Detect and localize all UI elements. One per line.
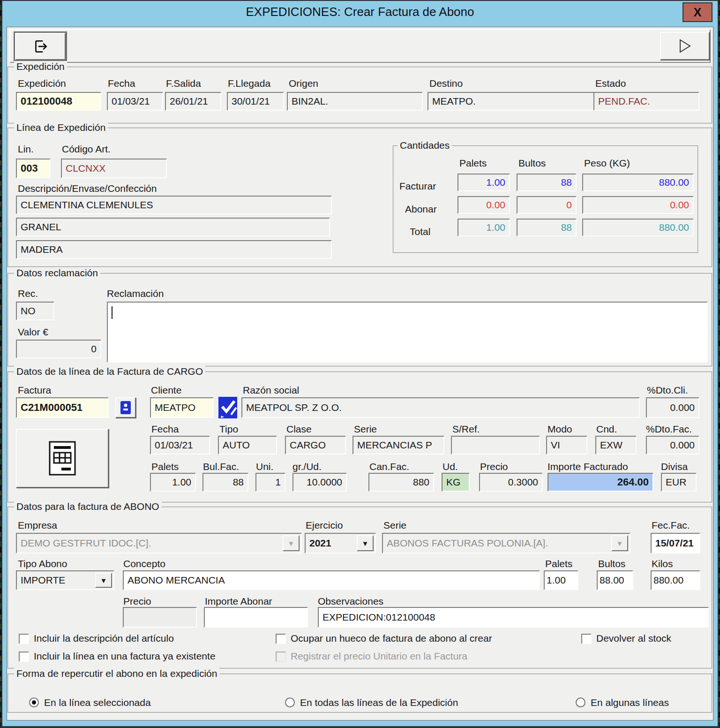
cliente-field[interactable]: MEATPO bbox=[150, 397, 214, 418]
concepto-label: Concepto bbox=[123, 558, 165, 569]
empresa-combobox[interactable]: DEMO GESTFRUT IDOC.[C]. ▼ bbox=[16, 533, 302, 554]
dto-cli-field[interactable]: 0.000 bbox=[646, 397, 699, 418]
cantidades-col-palets: Palets bbox=[459, 158, 487, 169]
cantidades-col-bultos: Bultos bbox=[518, 158, 546, 169]
codigo-art-field[interactable]: CLCNXX bbox=[61, 159, 167, 178]
abono-palets-field[interactable]: 1.00 bbox=[544, 570, 578, 590]
fllegada-field[interactable]: 30/01/21 bbox=[227, 92, 284, 111]
tipo-abono-label: Tipo Abono bbox=[18, 558, 67, 569]
concepto-field[interactable]: ABONO MERCANCIA bbox=[123, 570, 540, 590]
dto-fac-field[interactable]: 0.000 bbox=[646, 436, 699, 455]
destino-field[interactable]: MEATPO. bbox=[428, 92, 595, 111]
rec-label: Rec. bbox=[18, 288, 38, 299]
run-button[interactable] bbox=[660, 32, 710, 60]
checkbox-incluir-descripcion[interactable] bbox=[19, 634, 29, 644]
razon-social-field[interactable]: MEATPOL SP. Z O.O. bbox=[241, 397, 640, 418]
modo-field[interactable]: VI bbox=[546, 436, 587, 455]
bul-fac-field[interactable]: 88 bbox=[202, 473, 248, 492]
chevron-down-icon[interactable]: ▼ bbox=[283, 535, 300, 551]
serie-field[interactable]: MERCANCIAS P bbox=[352, 436, 444, 455]
client-edit-icon bbox=[218, 397, 237, 418]
facturar-palets-field[interactable]: 1.00 bbox=[458, 174, 510, 191]
fecha-label: Fecha bbox=[108, 78, 135, 89]
cargo-palets-field[interactable]: 1.00 bbox=[150, 473, 196, 492]
sref-field[interactable] bbox=[451, 436, 540, 455]
reclamacion-textarea[interactable] bbox=[107, 302, 708, 363]
exit-button[interactable] bbox=[15, 33, 66, 60]
uni-field[interactable]: 1 bbox=[255, 473, 285, 492]
abono-serie-combobox[interactable]: ABONOS FACTURAS POLONIA.[A]. ▼ bbox=[382, 533, 630, 554]
tipo-abono-combobox[interactable]: IMPORTE ▼ bbox=[16, 570, 114, 590]
checkbox-incluir-linea-existente[interactable] bbox=[19, 652, 29, 662]
group-abono-legend: Datos para la factura de ABONO bbox=[14, 501, 162, 512]
lin-field[interactable]: 003 bbox=[16, 159, 51, 178]
close-button[interactable]: X bbox=[682, 2, 712, 22]
client-edit-button[interactable] bbox=[218, 397, 237, 418]
ud-field[interactable]: KG bbox=[442, 473, 470, 492]
tipo-field[interactable]: AUTO bbox=[218, 436, 277, 455]
chevron-down-icon[interactable]: ▼ bbox=[357, 535, 374, 551]
bul-fac-label: Bul.Fac. bbox=[203, 461, 239, 472]
radio-algunas-lineas[interactable] bbox=[576, 698, 585, 707]
cnd-field[interactable]: EXW bbox=[595, 436, 637, 455]
dto-cli-label: %Dto.Cli. bbox=[647, 385, 688, 396]
radio-todas-lineas[interactable] bbox=[285, 698, 295, 707]
descripcion-field[interactable]: CLEMENTINA CLEMENULES bbox=[16, 196, 332, 214]
empresa-label: Empresa bbox=[18, 520, 57, 531]
fllegada-label: F.Llegada bbox=[228, 78, 270, 89]
fecha-field[interactable]: 01/03/21 bbox=[107, 92, 163, 111]
facturar-row-label: Facturar bbox=[399, 181, 436, 192]
fsalida-label: F.Salida bbox=[166, 78, 201, 89]
factura-lookup-button[interactable] bbox=[115, 397, 136, 418]
observaciones-field[interactable]: EXPEDICION:012100048 bbox=[318, 607, 709, 628]
chevron-down-icon[interactable]: ▼ bbox=[611, 535, 628, 551]
facturar-bultos-field[interactable]: 88 bbox=[517, 174, 577, 191]
estado-field[interactable]: PEND.FAC. bbox=[593, 92, 699, 111]
cnd-label: Cnd. bbox=[596, 424, 617, 435]
kilos-field[interactable]: 880.00 bbox=[651, 570, 700, 590]
radio-linea-seleccionada[interactable] bbox=[29, 698, 39, 707]
sref-label: S/Ref. bbox=[452, 424, 480, 435]
toolbar bbox=[9, 29, 711, 63]
abonar-palets-field[interactable]: 0.00 bbox=[458, 196, 510, 214]
envase-field[interactable]: GRANEL bbox=[16, 218, 330, 236]
fec-fac-field[interactable]: 15/07/21 bbox=[651, 533, 700, 554]
precio-field[interactable]: 0.3000 bbox=[479, 473, 543, 492]
ejercicio-value: 2021 bbox=[309, 538, 331, 549]
importe-facturado-field[interactable]: 264.00 bbox=[548, 473, 653, 492]
ejercicio-combobox[interactable]: 2021 ▼ bbox=[305, 533, 376, 554]
checkbox-ocupar-hueco[interactable] bbox=[276, 634, 286, 644]
chevron-down-icon[interactable]: ▼ bbox=[95, 573, 112, 588]
fsalida-field[interactable]: 26/01/21 bbox=[165, 92, 221, 111]
origen-field[interactable]: BIN2AL. bbox=[287, 92, 423, 111]
radio-selected-dot bbox=[32, 700, 36, 705]
facturar-peso-field[interactable]: 880.00 bbox=[582, 174, 694, 191]
group-reclamacion-legend: Datos reclamación bbox=[14, 267, 100, 279]
gr-ud-field[interactable]: 10.0000 bbox=[292, 473, 347, 492]
can-fac-field[interactable]: 880 bbox=[368, 473, 434, 492]
ud-label: Ud. bbox=[442, 461, 458, 472]
expedicion-field[interactable]: 012100048 bbox=[16, 92, 101, 111]
checkbox-devolver-stock[interactable] bbox=[581, 634, 592, 644]
clase-field[interactable]: CARGO bbox=[285, 436, 346, 455]
run-icon bbox=[678, 38, 692, 53]
abono-bultos-label: Bultos bbox=[598, 558, 625, 569]
invoice-lookup-icon bbox=[120, 401, 131, 415]
checkbox-ocupar-hueco-label: Ocupar un hueco de factura de abono al c… bbox=[291, 633, 492, 644]
confeccion-field[interactable]: MADERA bbox=[16, 240, 332, 259]
cargo-fecha-field[interactable]: 01/03/21 bbox=[150, 436, 210, 455]
abono-bultos-field[interactable]: 88.00 bbox=[597, 570, 633, 590]
divisa-field[interactable]: EUR bbox=[661, 473, 697, 492]
abonar-peso-field[interactable]: 0.00 bbox=[582, 196, 694, 214]
cargo-fecha-label: Fecha bbox=[151, 424, 179, 435]
dialog-window: EXPEDICIONES: Crear Factura de Abono X E… bbox=[0, 0, 720, 728]
fec-fac-label: Fec.Fac. bbox=[652, 520, 690, 531]
abonar-bultos-field[interactable]: 0 bbox=[517, 196, 577, 214]
invoice-document-icon bbox=[48, 440, 76, 476]
valor-field[interactable]: 0 bbox=[16, 340, 101, 358]
factura-field[interactable]: C21M000051 bbox=[16, 397, 109, 418]
rec-field[interactable]: NO bbox=[16, 302, 54, 320]
view-invoice-button[interactable] bbox=[16, 429, 109, 488]
close-icon: X bbox=[694, 6, 702, 19]
importe-abonar-field[interactable] bbox=[204, 607, 308, 628]
